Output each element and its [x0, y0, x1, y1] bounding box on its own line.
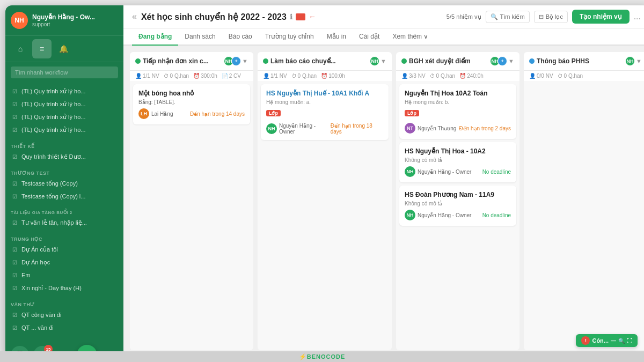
sidebar-item-vt1[interactable]: ☑ QT công văn đi [5, 308, 123, 321]
assignee-avatar-4: NH [405, 166, 415, 177]
nav-home-icon[interactable]: ⌂ [11, 39, 30, 58]
card-title-2: HS Nguyễn Thị Huế - 10A1 Khối A [266, 90, 383, 97]
card-4[interactable]: HS Nguyễn Thị Hoa - 10A2 Không có mô tả … [399, 142, 516, 182]
checkbox-icon: ☑ [11, 271, 18, 279]
avatar-stack-4: NH [625, 56, 635, 66]
card-2[interactable]: HS Nguyễn Thị Huế - 10A1 Khối A Hệ mong … [261, 84, 389, 140]
tab-settings[interactable]: Cài đặt [353, 28, 386, 46]
checkbox-icon: ☑ [11, 219, 18, 226]
main-content: « Xét học sinh chuyển hệ 2022 - 2023 ℹ ←… [123, 5, 644, 357]
sidebar-item-tl2[interactable]: ☑ (TL) Quy trình xử lý ho... [5, 98, 123, 110]
con-icon: ! [581, 336, 590, 345]
col-meta-3: 👤 3/3 NV ⏱ 0 Q.han ⏰ 240:0h [396, 71, 519, 81]
col-dropdown-icon-2[interactable]: ▼ [380, 58, 386, 64]
sidebar-item-test2[interactable]: ☑ Testcase tổng (Copy) l... [5, 190, 123, 203]
sidebar-item-th4[interactable]: ☑ Xin nghỉ - Day thay (H) [5, 282, 123, 294]
more-button[interactable]: ... [634, 12, 641, 21]
search-icon-floating[interactable]: 🔍 [618, 338, 625, 344]
card-5[interactable]: HS Đoàn Phương Nam - 11A9 Không có mô tả… [399, 186, 516, 226]
col-meta-deadline-2: ⏱ 0 Q.han [291, 73, 317, 79]
tab-template[interactable]: Mẫu in [320, 28, 353, 46]
col-meta-nv-2: 👤 1/1 NV [263, 73, 287, 79]
avatar-7: NH [625, 56, 635, 66]
sidebar-item-th1[interactable]: ☑ Dự Án của tôi [5, 243, 123, 256]
tab-more[interactable]: Xem thêm ∨ [386, 28, 435, 46]
search-box[interactable]: 🔍 Tìm kiếm [486, 11, 530, 23]
checkbox-icon: ☑ [11, 180, 18, 187]
card-desc-4: Không có mô tả [405, 157, 511, 163]
card-tag-2: Lớp [266, 110, 281, 116]
benocode-logo: ⚡BENOCODE [299, 353, 346, 360]
sidebar-item-th3[interactable]: ☑ Em [5, 269, 123, 282]
sidebar-user-info: Nguyễn Hằng - Ow... support [32, 13, 95, 27]
col-meta-nv-1: 👤 1/1 NV [135, 73, 159, 79]
nv-icon: 👤 [135, 73, 142, 79]
col-dropdown-icon-3[interactable]: ▼ [508, 58, 514, 64]
sidebar-item-design1[interactable]: ☑ Quy trình thiết kế Dươ... [5, 150, 123, 163]
card-title-4: HS Nguyễn Thị Hoa - 10A2 [405, 147, 511, 155]
section-label-doc: TÀI LIỆU GIA TĂNG BUỔI 2 [5, 207, 123, 216]
col-actions-2: NH ▼ [370, 56, 386, 66]
checkbox-icon: ☑ [11, 153, 18, 160]
section-label-trunghoc: TRUNG HỌC [5, 233, 123, 243]
avatar-3: NH [370, 56, 379, 66]
sidebar-item-tl1[interactable]: ☑ (TL) Quy trình xử lý ho... [5, 85, 123, 98]
filter-button[interactable]: ⊟ Bộ lọc [534, 11, 568, 23]
sidebar-item-tl3[interactable]: ☑ (TL) Quy trình xử lý ho... [5, 110, 123, 123]
back-button[interactable]: « [132, 12, 137, 21]
checkbox-icon: ☑ [11, 113, 18, 121]
assignee-avatar-5: NH [405, 210, 415, 220]
sidebar-section-doc: TÀI LIỆU GIA TĂNG BUỔI 2 ☑ Tư vấn lễ tân… [5, 205, 123, 231]
time-icon-2: ⏰ [321, 73, 327, 79]
col-meta-nv-3: 👤 3/3 NV [401, 73, 426, 79]
time-icon-3: ⏰ [459, 73, 466, 79]
card-title-3: Nguyễn Thị Hoa 10A2 Toán [405, 90, 511, 97]
avatar-6: + [497, 56, 507, 66]
checkbox-icon: ☑ [11, 324, 18, 331]
card-3[interactable]: Nguyễn Thị Hoa 10A2 Toán Hệ mong muốn: b… [399, 84, 516, 139]
tabs-bar: Đang bảng Danh sách Báo cáo Trường tuỳ c… [123, 28, 644, 46]
avatar-2: + [231, 56, 241, 66]
create-task-button[interactable]: Tạo nhiệm vụ [572, 10, 630, 24]
col-meta-deadline-3: ⏱ 0 Q.han [430, 73, 456, 79]
col-dropdown-icon[interactable]: ▼ [242, 58, 248, 64]
expand-icon[interactable]: ⛶ [627, 338, 632, 344]
column-thong-bao: Thông báo PHHS NH ▼ 👤 0/0 NV ⏱ [524, 52, 644, 350]
minimize-icon[interactable]: — [611, 338, 616, 344]
col-meta-deadline-1: ⏱ 0 Q.han [164, 73, 189, 79]
col-actions-3: NH + ▼ [490, 56, 514, 66]
tab-board[interactable]: Đang bảng [132, 28, 178, 46]
col-meta-deadline-4: ⏱ 0 Q.han [558, 73, 583, 79]
card-1[interactable]: Một bóng hoa nhỏ Bảng: [TABLE]. LH Lai H… [133, 84, 250, 124]
sidebar-section-test: THƯƠNG TEST ☑ Testcase tổng (Copy) ☑ Tes… [5, 165, 123, 205]
sidebar-item-test1[interactable]: ☑ Testcase tổng (Copy) [5, 177, 123, 190]
sidebar-search-input[interactable] [11, 67, 118, 78]
nav-workflow-icon[interactable]: ≡ [32, 39, 52, 58]
deadline-icon-3: ⏱ [430, 73, 435, 79]
sidebar-item-vt2[interactable]: ☑ QT ... văn đi [5, 321, 123, 334]
col-title-2: Làm báo cáo chuyể... [270, 57, 368, 65]
col-status-dot-2 [263, 58, 268, 64]
flag-icon [296, 13, 305, 20]
sidebar-item-th2[interactable]: ☑ Dự Án học [5, 256, 123, 269]
sidebar-item-doc1[interactable]: ☑ Tư vấn lễ tân, nhập liệ... [5, 216, 123, 229]
tab-followup[interactable]: Trường tuỳ chỉnh [259, 28, 320, 46]
tab-list[interactable]: Danh sách [178, 28, 222, 46]
cv-icon: 📄 [222, 73, 228, 79]
card-deadline-1: Đến hạn trong 14 days [190, 111, 245, 117]
col-status-dot [135, 58, 141, 64]
col-dropdown-icon-4[interactable]: ▼ [636, 58, 642, 64]
floating-con-button[interactable]: ! Cón... — 🔍 ⛶ [576, 334, 638, 347]
card-title-1: Một bóng hoa nhỏ [138, 90, 245, 97]
toolbar: « Xét học sinh chuyển hệ 2022 - 2023 ℹ ←… [123, 5, 644, 28]
tab-report[interactable]: Báo cáo [222, 28, 259, 46]
sidebar-item-tl4[interactable]: ☑ (TL) Quy trình xử lý ho... [5, 123, 123, 136]
col-body-1: Một bóng hoa nhỏ Bảng: [TABLE]. LH Lai H… [130, 81, 253, 350]
checkbox-icon: ☑ [11, 258, 18, 266]
search-label: Tìm kiếm [500, 13, 525, 20]
arrow-icon: ← [309, 12, 316, 21]
nav-bell-icon[interactable]: 🔔 [54, 39, 73, 58]
card-deadline-4: No deadline [482, 169, 511, 175]
card-assignee-5: NH Nguyễn Hằng - Owner [405, 210, 471, 220]
col-meta-time-2: ⏰ 100:0h [321, 73, 345, 79]
